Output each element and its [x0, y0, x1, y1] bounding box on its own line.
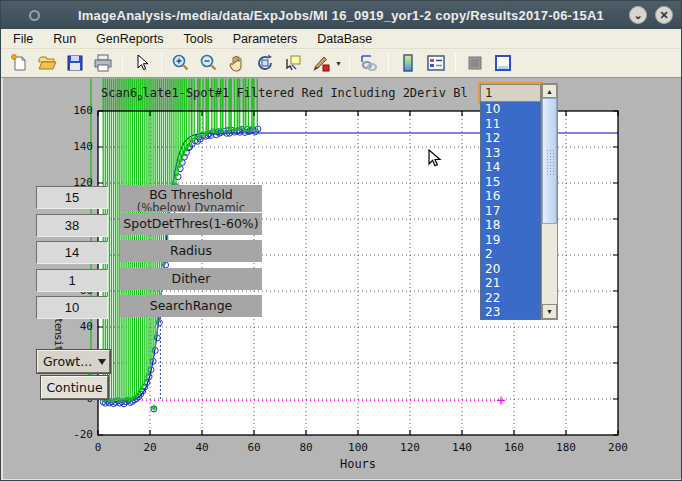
toolbar-separator	[161, 53, 162, 73]
window-title: ImageAnalysis-/media/data/ExpJobs/MI 16_…	[1, 8, 681, 23]
x-tick-label: 200	[596, 441, 640, 454]
new-document-icon[interactable]	[6, 51, 32, 75]
inactive-square-icon	[462, 51, 488, 75]
list-item[interactable]: 14	[481, 160, 540, 175]
y-tick-label: 160	[41, 104, 93, 118]
y-tick-label: 140	[41, 140, 93, 154]
menu-file[interactable]: File	[13, 30, 44, 48]
brush-icon[interactable]	[308, 51, 334, 75]
x-tick-label: 120	[388, 441, 432, 454]
x-tick-label: 20	[128, 441, 172, 454]
scrollbar-thumb[interactable]	[542, 98, 557, 224]
growth-popup-button[interactable]: Growt...	[37, 350, 110, 373]
window-menu-icon[interactable]	[29, 10, 40, 21]
list-item[interactable]: 18	[481, 218, 540, 233]
scroll-up-icon[interactable]: ▲	[542, 84, 557, 98]
y-tick-label: 40	[41, 320, 93, 334]
toolbar-separator	[349, 53, 350, 73]
y-tick-label: -20	[41, 428, 93, 442]
spotdetthres-field[interactable]: 38	[36, 214, 108, 237]
plot-title: Scan6plate1-Spot#1 Filtered Red Includin…	[101, 86, 481, 101]
figure-canvas: Scan6plate1-Spot#1 Filtered Red Includin…	[1, 78, 682, 481]
colorbar-icon[interactable]	[395, 51, 421, 75]
searchrange-label: SearchRange	[120, 295, 262, 317]
list-item[interactable]: 19	[481, 233, 540, 248]
pan-hand-icon[interactable]	[224, 51, 250, 75]
bg-threshold-label: BG Threshold(%below) Dynamic	[120, 185, 262, 212]
dither-label: Dither	[120, 268, 262, 290]
app-window: ImageAnalysis-/media/data/ExpJobs/MI 16_…	[0, 0, 682, 481]
x-tick-label: 140	[440, 441, 484, 454]
bg-threshold-sublabel: (%below) Dynamic	[120, 202, 262, 211]
link-plots-icon[interactable]	[356, 51, 382, 75]
x-tick-label: 60	[232, 441, 276, 454]
toolbar: ▼	[1, 49, 681, 78]
rotate-3d-icon[interactable]	[252, 51, 278, 75]
x-tick-label: 180	[544, 441, 588, 454]
list-item[interactable]: 23	[481, 305, 540, 320]
menu-parameters[interactable]: Parameters	[233, 30, 309, 48]
dither-field[interactable]: 1	[36, 269, 108, 292]
toolbar-separator	[122, 53, 123, 73]
list-scrollbar[interactable]: ▲ ▼	[541, 83, 558, 320]
pointer-arrow-icon[interactable]	[129, 51, 155, 75]
radius-label: Radius	[120, 240, 262, 262]
continue-button[interactable]: Continue	[41, 376, 108, 399]
list-item[interactable]: 22	[481, 291, 540, 306]
open-folder-icon[interactable]	[34, 51, 60, 75]
shade-window-button[interactable]: ⌄	[629, 6, 647, 24]
list-item[interactable]: 21	[481, 276, 540, 291]
x-tick-label: 80	[284, 441, 328, 454]
titlebar[interactable]: ImageAnalysis-/media/data/ExpJobs/MI 16_…	[1, 1, 681, 29]
bg-threshold-field[interactable]: 15	[36, 186, 108, 209]
spot-number-list[interactable]: 10111213141516171819220212223	[480, 102, 541, 320]
save-icon[interactable]	[62, 51, 88, 75]
spotdetthres-label: SpotDetThres(1-60%)	[120, 213, 262, 235]
brush-dropdown-caret-icon[interactable]: ▼	[335, 51, 344, 75]
x-axis-label: Hours	[98, 457, 618, 471]
toolbar-separator	[455, 53, 456, 73]
menubar: File Run GenReports Tools Parameters Dat…	[1, 29, 681, 49]
menu-genreports[interactable]: GenReports	[96, 30, 174, 48]
x-tick-label: 0	[76, 441, 120, 454]
menu-tools[interactable]: Tools	[184, 30, 224, 48]
list-item[interactable]: 11	[481, 117, 540, 132]
legend-icon[interactable]	[423, 51, 449, 75]
list-item[interactable]: 13	[481, 146, 540, 161]
window-panel-icon[interactable]	[490, 51, 516, 75]
scroll-down-icon[interactable]: ▼	[542, 304, 557, 319]
list-item[interactable]: 15	[481, 175, 540, 190]
close-window-button[interactable]: ✕	[655, 6, 673, 24]
menu-database[interactable]: DataBase	[317, 30, 383, 48]
x-tick-label: 100	[336, 441, 380, 454]
zoom-out-icon[interactable]	[196, 51, 222, 75]
list-item[interactable]: 17	[481, 204, 540, 219]
list-item[interactable]: 10	[481, 102, 540, 117]
data-cursor-icon[interactable]	[280, 51, 306, 75]
list-item[interactable]: 2	[481, 247, 540, 262]
zoom-in-icon[interactable]	[168, 51, 194, 75]
spot-number-combo-value[interactable]: 1	[480, 84, 541, 102]
searchrange-field[interactable]: 10	[36, 296, 108, 319]
list-item[interactable]: 20	[481, 262, 540, 277]
radius-field[interactable]: 14	[36, 241, 108, 264]
x-tick-label: 40	[180, 441, 224, 454]
list-item[interactable]: 16	[481, 189, 540, 204]
print-icon[interactable]	[90, 51, 116, 75]
list-item[interactable]: 12	[481, 131, 540, 146]
mouse-cursor-icon	[428, 149, 444, 168]
x-tick-label: 160	[492, 441, 536, 454]
toolbar-separator	[388, 53, 389, 73]
scrollbar-grip	[546, 149, 555, 175]
popup-arrow-icon	[98, 359, 106, 365]
menu-run[interactable]: Run	[53, 30, 87, 48]
